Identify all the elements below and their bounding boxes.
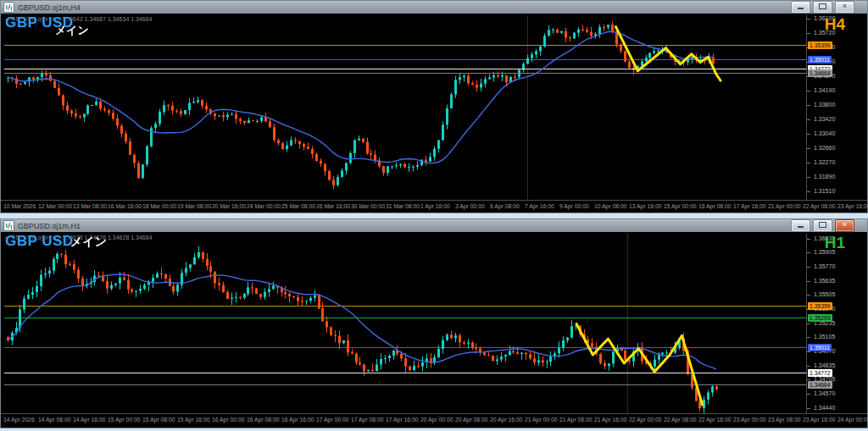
time-axis-label: 21 Apr 00:00 bbox=[525, 417, 558, 423]
time-axis-label: 24 Apr 00:00 bbox=[837, 417, 868, 423]
time-axis-label: 26 Mar 16:00 bbox=[316, 203, 350, 209]
price-tick-label: 1.33800 bbox=[814, 102, 835, 108]
price-tag: 1.34664 bbox=[808, 381, 832, 389]
time-axis-label: 21 Apr 16:00 bbox=[594, 417, 627, 423]
candlestick-canvas-h1[interactable] bbox=[4, 234, 806, 413]
chart-document-icon bbox=[3, 220, 14, 231]
time-axis-label: 21 Apr 00:00 bbox=[768, 203, 801, 209]
chart-document-icon bbox=[3, 2, 14, 13]
time-axis[interactable]: 10 Mar 202612 Mar 00:0013 Mar 08:0016 Ma… bbox=[1, 200, 867, 213]
time-axis-label: 25 Mar 08:00 bbox=[281, 203, 315, 209]
window-titlebar[interactable]: GBPUSD.oj1m,H1 × bbox=[1, 219, 867, 233]
time-axis-label: 3 Apr 00:00 bbox=[455, 203, 485, 209]
time-axis-label: 20 Mar 16:00 bbox=[212, 203, 246, 209]
time-axis-label: 17 Apr 00:00 bbox=[316, 417, 349, 423]
close-button[interactable]: × bbox=[835, 219, 854, 232]
candlestick-canvas-h4[interactable] bbox=[4, 15, 806, 200]
time-axis-label: 30 Mar 00:00 bbox=[351, 203, 385, 209]
time-axis-label: 12 Mar 00:00 bbox=[38, 203, 72, 209]
chart-area[interactable]: ▼GBPUSD.oj1m,H4 1.34642 1.34687 1.34534 … bbox=[1, 14, 867, 213]
price-tick-label: 1.34440 bbox=[814, 405, 835, 411]
time-axis-label: 16 Apr 00:00 bbox=[212, 417, 245, 423]
price-axis[interactable]: 1.360351.359051.357701.356351.355051.353… bbox=[806, 234, 866, 413]
time-axis-label: 15 Apr 08:00 bbox=[142, 417, 175, 423]
time-axis-label: 20 Apr 16:00 bbox=[490, 417, 523, 423]
time-axis-label: 15 Apr 16:00 bbox=[177, 417, 210, 423]
time-axis-label: 10 Apr 08:00 bbox=[594, 203, 627, 209]
time-axis-label: 19 Mar 08:00 bbox=[177, 203, 211, 209]
time-axis-label: 22 Apr 00:00 bbox=[629, 417, 662, 423]
time-axis-label: 23 Apr 08:00 bbox=[768, 417, 801, 423]
time-axis-label: 15 Apr 00:00 bbox=[664, 203, 697, 209]
window-title: GBPUSD.oj1m,H4 bbox=[18, 3, 81, 12]
price-tick-label: 1.35505 bbox=[814, 291, 835, 297]
time-axis-label: 31 Mar 08:00 bbox=[386, 203, 420, 209]
price-tag: 1.35011 bbox=[808, 56, 832, 64]
time-axis-label: 18 Mar 00:00 bbox=[142, 203, 176, 209]
price-tick-label: 1.35770 bbox=[814, 263, 835, 269]
price-tick-label: 1.31510 bbox=[814, 188, 835, 194]
price-tick-label: 1.35635 bbox=[814, 278, 835, 284]
time-axis-label: 23 Apr 00:00 bbox=[733, 417, 766, 423]
restore-button[interactable] bbox=[813, 1, 832, 14]
window-controls: × bbox=[791, 1, 865, 14]
price-tag: 1.34772 bbox=[808, 369, 832, 377]
price-axis[interactable]: 1.361001.357201.353301.349501.345701.341… bbox=[806, 15, 866, 200]
close-button[interactable]: × bbox=[835, 1, 854, 14]
window-controls: × bbox=[791, 219, 865, 232]
timeframe-label: H4 bbox=[825, 15, 845, 34]
time-axis-label: 21 Apr 08:00 bbox=[559, 417, 593, 423]
window-titlebar[interactable]: GBPUSD.oj1m,H4 × bbox=[1, 1, 867, 14]
time-axis-label: 13 Apr 16:00 bbox=[629, 203, 662, 209]
time-axis-label: 7 Apr 16:00 bbox=[525, 203, 554, 209]
price-tick-label: 1.34190 bbox=[814, 87, 835, 93]
price-tag: 1.35399 bbox=[808, 41, 832, 49]
price-tick-label: 1.33040 bbox=[814, 130, 835, 136]
time-axis-label: 22 Apr 16:00 bbox=[698, 417, 732, 423]
chart-window-h1: GBPUSD.oj1m,H1 × ▼GBPUSD.oj1m,H1 1.34676… bbox=[0, 218, 868, 428]
time-axis-label: 20 Apr 00:00 bbox=[420, 417, 453, 423]
price-tick-label: 1.32270 bbox=[814, 159, 835, 165]
time-axis[interactable]: 14 Apr 202614 Apr 08:0014 Apr 16:0015 Ap… bbox=[1, 413, 867, 426]
overlay-sub-label: メイン bbox=[70, 235, 107, 250]
timeframe-label: H1 bbox=[825, 234, 845, 252]
price-tick-label: 1.31890 bbox=[814, 174, 835, 180]
restore-button[interactable] bbox=[813, 219, 832, 232]
time-axis-label: 17 Apr 08:00 bbox=[351, 417, 384, 423]
minimize-button[interactable] bbox=[791, 1, 810, 14]
price-tick-label: 1.34835 bbox=[814, 362, 835, 368]
time-axis-label: 9 Apr 00:00 bbox=[559, 203, 589, 209]
time-axis-label: 22 Apr 08:00 bbox=[664, 417, 697, 423]
time-axis-label: 15 Apr 00:00 bbox=[108, 417, 141, 423]
price-tag: 1.35399 bbox=[808, 302, 832, 310]
minimize-button[interactable] bbox=[791, 219, 810, 232]
time-axis-label: 23 Apr 16:00 bbox=[803, 417, 836, 423]
price-tick-label: 1.33420 bbox=[814, 116, 835, 122]
time-axis-label: 14 Apr 08:00 bbox=[38, 417, 71, 423]
time-axis-label: 16 Apr 08:00 bbox=[698, 203, 732, 209]
time-axis-label: 13 Mar 08:00 bbox=[73, 203, 107, 209]
time-axis-label: 20 Apr 08:00 bbox=[455, 417, 488, 423]
time-axis-label: 14 Apr 16:00 bbox=[73, 417, 106, 423]
time-axis-label: 6 Apr 08:00 bbox=[490, 203, 520, 209]
chart-window-h4: GBPUSD.oj1m,H4 × ▼GBPUSD.oj1m,H4 1.34642… bbox=[0, 0, 868, 213]
price-tick-label: 1.32660 bbox=[814, 145, 835, 151]
time-axis-label: 16 Mar 16:00 bbox=[108, 203, 142, 209]
price-tag: 1.34664 bbox=[808, 69, 832, 77]
price-tick-label: 1.34570 bbox=[814, 390, 835, 396]
chart-area[interactable]: ▼GBPUSD.oj1m,H1 1.34676 1.34676 1.34628 … bbox=[1, 232, 867, 428]
price-tick-label: 1.35105 bbox=[814, 334, 835, 340]
time-axis-label: 16 Apr 16:00 bbox=[281, 417, 314, 423]
time-axis-label: 1 Apr 16:00 bbox=[420, 203, 450, 209]
overlay-sub-label: メイン bbox=[55, 23, 89, 38]
time-axis-label: 22 Apr 08:00 bbox=[803, 203, 836, 209]
price-tag: 1.35293 bbox=[808, 314, 832, 322]
time-axis-label: 10 Mar 2026 bbox=[3, 203, 36, 209]
time-axis-label: 17 Apr 16:00 bbox=[386, 417, 419, 423]
time-axis-label: 14 Apr 2026 bbox=[3, 417, 35, 423]
price-tag: 1.35011 bbox=[808, 344, 832, 351]
time-axis-label: 24 Mar 00:00 bbox=[247, 203, 281, 209]
time-axis-label: 17 Apr 16:00 bbox=[733, 203, 766, 209]
window-title: GBPUSD.oj1m,H1 bbox=[18, 222, 81, 230]
time-axis-label: 23 Apr 16:00 bbox=[837, 203, 868, 209]
